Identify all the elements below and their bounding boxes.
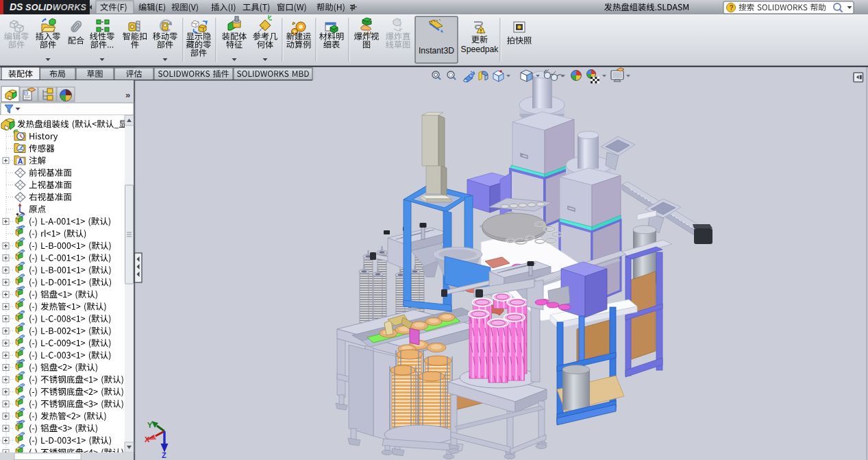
svg-text:?: ? (730, 4, 734, 12)
svg-text:SOLIDWORKS: SOLIDWORKS (25, 3, 86, 12)
svg-text:A: A (18, 157, 23, 165)
svg-text:Y: Y (147, 421, 153, 429)
svg-text:DS: DS (10, 1, 23, 12)
svg-text:X: X (145, 435, 150, 444)
svg-text:Speedpak: Speedpak (461, 45, 499, 54)
svg-text:»: » (125, 90, 130, 100)
svg-text:Z: Z (162, 451, 166, 459)
svg-text:Instant3D: Instant3D (419, 46, 454, 56)
